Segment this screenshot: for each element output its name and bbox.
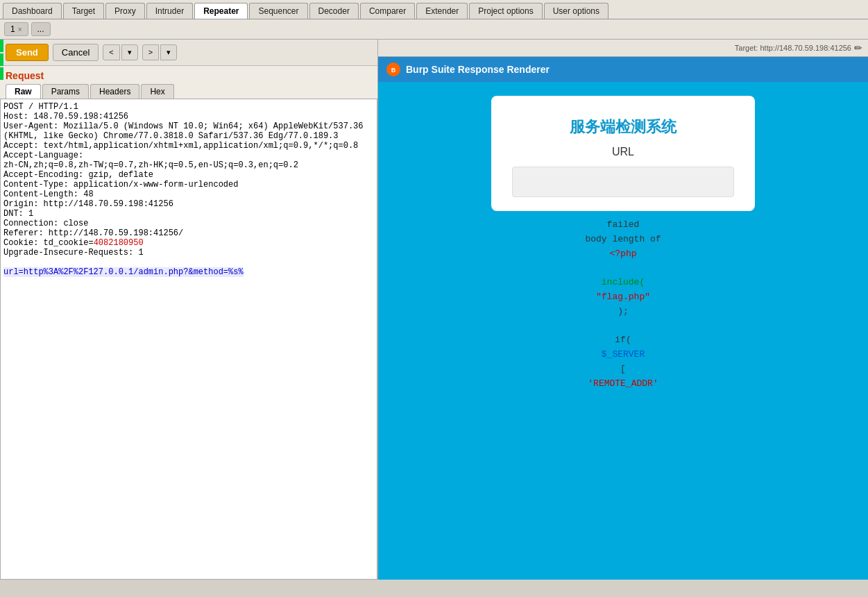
svg-text:B: B	[391, 67, 396, 74]
request-url-param: url=http%3A%2F%2F127.0.0.1/admin.php?&me…	[3, 267, 244, 277]
code-line-include: include(	[585, 276, 661, 290]
sub-tab-params[interactable]: Params	[42, 84, 89, 99]
tab-1-label: 1	[10, 24, 15, 34]
cancel-button[interactable]: Cancel	[53, 44, 99, 61]
burp-icon: B	[386, 62, 400, 76]
code-line-close-paren: );	[585, 305, 661, 319]
tab-proxy[interactable]: Proxy	[105, 3, 145, 19]
code-line-server: $_SERVER	[585, 348, 661, 362]
fwd-button[interactable]: >	[142, 44, 159, 60]
cookie-value: 4082180950	[94, 238, 144, 248]
menu-bar: Dashboard Target Proxy Intruder Repeater…	[0, 0, 868, 19]
sub-tab-headers[interactable]: Headers	[90, 84, 139, 99]
code-line-bracket: [	[585, 362, 661, 377]
card-title: 服务端检测系统	[570, 117, 676, 137]
url-input-field[interactable]	[512, 167, 734, 197]
back-button[interactable]: <	[103, 44, 119, 60]
tab-new-button[interactable]: ...	[31, 22, 51, 36]
code-line-flag: "flag.php"	[585, 290, 661, 305]
tab-target[interactable]: Target	[63, 3, 104, 19]
back-drop-button[interactable]: ▾	[121, 44, 138, 60]
repeater-tab-1[interactable]: 1 ×	[4, 22, 28, 36]
repeater-tab-row: 1 × ...	[0, 19, 868, 40]
tab-extender[interactable]: Extender	[416, 3, 468, 19]
code-line-remote-addr: 'REMOTE_ADDR'	[585, 377, 661, 392]
code-line-if: if(	[585, 333, 661, 348]
target-bar: Target: http://148.70.59.198:41256 ✏	[378, 40, 868, 57]
sub-tab-hex[interactable]: Hex	[141, 84, 173, 99]
indicator-dot-3	[0, 67, 3, 80]
code-line-php-tag: <?php	[585, 247, 661, 262]
tab-sequencer[interactable]: Sequencer	[249, 3, 307, 19]
response-card: 服务端检测系统 URL	[491, 96, 755, 211]
left-indicator	[0, 40, 3, 580]
renderer-header: B Burp Suite Response Renderer	[378, 57, 868, 82]
target-bar-text: Target: http://148.70.59.198:41256	[735, 44, 851, 52]
renderer-title: Burp Suite Response Renderer	[406, 64, 550, 75]
send-button[interactable]: Send	[6, 44, 49, 61]
tab-decoder[interactable]: Decoder	[309, 3, 359, 19]
code-line-blank2	[585, 319, 661, 334]
main-container: Send Cancel < ▾ > ▾ Request Raw Params H…	[0, 40, 868, 580]
request-sub-tabs: Raw Params Headers Hex	[0, 83, 377, 99]
tab-user-options[interactable]: User options	[544, 3, 609, 19]
code-line-blank1	[585, 261, 661, 276]
indicator-dot-1	[0, 40, 3, 52]
indicator-dot-2	[0, 53, 3, 66]
code-line-failed: failed	[585, 218, 661, 233]
tab-project-options[interactable]: Project options	[469, 3, 542, 19]
tab-dashboard[interactable]: Dashboard	[3, 3, 62, 19]
nav-fwd-group: > ▾	[142, 44, 177, 60]
code-display: failed body length of <?php include( "fl…	[585, 218, 661, 392]
fwd-drop-button[interactable]: ▾	[160, 44, 177, 60]
request-content-area[interactable]: POST / HTTP/1.1 Host: 148.70.59.198:4125…	[0, 99, 377, 580]
request-section-label: Request	[0, 66, 377, 83]
right-panel: Target: http://148.70.59.198:41256 ✏ B B…	[378, 40, 868, 580]
tab-repeater[interactable]: Repeater	[194, 3, 248, 19]
nav-back-group: < ▾	[103, 44, 137, 60]
response-content[interactable]: 服务端检测系统 URL failed body length of <?php …	[378, 82, 868, 580]
tab-1-close[interactable]: ×	[18, 26, 22, 33]
tab-comparer[interactable]: Comparer	[360, 3, 415, 19]
left-panel: Send Cancel < ▾ > ▾ Request Raw Params H…	[0, 40, 378, 580]
tab-intruder[interactable]: Intruder	[146, 3, 193, 19]
request-line-1: POST / HTTP/1.1 Host: 148.70.59.198:4125…	[3, 102, 363, 258]
sub-tab-raw[interactable]: Raw	[6, 84, 41, 99]
toolbar: Send Cancel < ▾ > ▾	[0, 40, 377, 66]
edit-icon[interactable]: ✏	[854, 42, 862, 53]
card-url-label: URL	[612, 146, 634, 158]
code-line-body-length: body length of	[585, 233, 661, 247]
